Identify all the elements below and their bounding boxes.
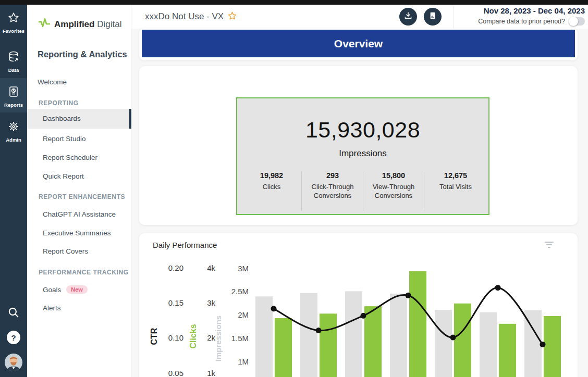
daily-performance-chart[interactable]: 0.200.150.100.05CTR4k3k2k1kClicks3M2.5M2… — [139, 233, 578, 377]
impressions-bar — [300, 293, 317, 377]
ctr-point — [271, 306, 277, 311]
sidebar-section-report-enhancements: REPORT ENHANCEMENTS — [27, 193, 129, 200]
page-title: xxxDo Not Use - VX — [145, 11, 224, 22]
toggle-knob — [569, 17, 578, 26]
app-logo[interactable]: Amplified Digital — [38, 17, 121, 32]
clicks-axis-label: Clicks — [189, 324, 198, 348]
clicks-bar — [275, 318, 292, 377]
sidebar: Amplified Digital Reporting & Analytics … — [27, 5, 131, 377]
report-file-icon — [428, 11, 437, 22]
compare-toggle[interactable] — [569, 17, 585, 26]
rail-item-data[interactable]: Data — [0, 51, 27, 73]
rail-search-button[interactable] — [0, 306, 27, 321]
sidebar-item-goals[interactable]: GoalsNew — [27, 285, 129, 294]
star-icon — [7, 11, 20, 26]
impressions-bar — [345, 291, 362, 377]
ctr-axis-tick: 0.05 — [168, 369, 183, 377]
rail-help-button[interactable]: ? — [0, 331, 27, 344]
sidebar-item-executive-summaries[interactable]: Executive Summaries — [27, 229, 129, 237]
compare-label: Compare data to prior period? — [478, 18, 565, 25]
clicks-bar — [320, 313, 337, 377]
date-range[interactable]: Nov 28, 2023 - Dec 04, 2023 — [484, 6, 585, 15]
sidebar-item-alerts[interactable]: Alerts — [27, 304, 129, 312]
ctr-point — [316, 328, 322, 333]
sidebar-item-chatgpt-ai-assistance[interactable]: ChatGPT AI Assistance — [27, 210, 129, 218]
impressions-axis-tick: 2M — [238, 310, 249, 319]
stat-total-visits: 12,675 Total Visits — [427, 171, 484, 192]
clicks-bar — [544, 316, 561, 377]
impressions-axis-tick: 1M — [238, 357, 249, 366]
sidebar-item-report-covers[interactable]: Report Covers — [27, 247, 129, 255]
overview-banner-title: Overview — [334, 37, 383, 50]
rail-item-admin[interactable]: Admin — [0, 120, 27, 143]
clicks-bar — [364, 306, 382, 377]
sidebar-section-reporting: REPORTING — [27, 99, 129, 107]
ctr-axis-tick: 0.15 — [168, 298, 183, 307]
impressions-axis-tick: 3M — [238, 264, 249, 273]
clicks-axis-tick: 4k — [207, 263, 215, 272]
stat-divider — [424, 171, 424, 211]
report-export-button[interactable] — [424, 8, 442, 26]
stat-view-through-conversions: 15,800 View-Through Conversions — [365, 171, 422, 200]
stat-divider — [363, 171, 363, 211]
download-icon — [403, 11, 413, 22]
rail-item-favorites[interactable]: Favorites — [0, 11, 27, 34]
impressions-total-label: Impressions — [237, 148, 488, 159]
sidebar-section-performance-tracking: PERFORMANCE TRACKING — [27, 269, 129, 276]
help-icon: ? — [7, 331, 20, 344]
ctr-axis-label: CTR — [150, 328, 158, 345]
search-icon — [7, 306, 20, 321]
stat-clicks: 19,982 Clicks — [243, 171, 300, 192]
ctr-point — [406, 293, 411, 298]
compare-row: Compare data to prior period? — [478, 17, 585, 26]
green-pulse-icon — [38, 17, 51, 32]
stat-click-through-conversions: 293 Click-Through Conversions — [304, 171, 361, 200]
impressions-bar — [435, 310, 452, 377]
sidebar-item-report-studio[interactable]: Report Studio — [27, 135, 129, 143]
impressions-bar — [480, 312, 497, 377]
clicks-bar — [454, 304, 471, 377]
rail-item-label: Admin — [6, 137, 21, 143]
icon-rail: Favorites Data Reports — [0, 5, 27, 377]
ctr-point — [361, 313, 366, 319]
sidebar-item-dashboards[interactable]: Dashboards — [27, 109, 131, 129]
clicks-bar — [499, 324, 516, 377]
stat-divider — [301, 171, 302, 211]
user-avatar[interactable] — [0, 353, 27, 374]
database-icon — [7, 51, 20, 65]
topbar: xxxDo Not Use - VX Nov 28, 2023 - Dec 04… — [131, 5, 588, 29]
sidebar-item-report-scheduler[interactable]: Report Scheduler — [27, 154, 129, 161]
ctr-axis-tick: 0.10 — [168, 333, 183, 342]
avatar-image — [4, 353, 23, 374]
clicks-axis-tick: 1k — [207, 369, 215, 377]
impressions-axis-tick: 2.5M — [231, 287, 249, 296]
download-button[interactable] — [399, 8, 417, 26]
gear-icon — [7, 120, 20, 135]
sidebar-title: Reporting & Analytics — [38, 49, 127, 59]
window-top-strip — [0, 0, 588, 5]
rail-item-label: Favorites — [3, 28, 24, 34]
sidebar-item-welcome[interactable]: Welcome — [27, 78, 129, 86]
clicks-axis-tick: 3k — [207, 298, 215, 307]
logo-text: Amplified Digital — [54, 19, 121, 30]
impressions-bar — [390, 294, 407, 377]
stats-card: 15,930,028 Impressions 19,982 Clicks 293… — [139, 66, 578, 225]
topbar-divider — [453, 6, 454, 28]
ctr-point — [450, 335, 456, 341]
impressions-total-value: 15,930,028 — [237, 117, 488, 143]
ctr-point — [540, 342, 546, 347]
overview-banner: Overview — [142, 30, 575, 57]
rail-item-label: Data — [8, 67, 19, 73]
impressions-summary-box: 15,930,028 Impressions 19,982 Clicks 293… — [236, 97, 489, 215]
sidebar-item-quick-report[interactable]: Quick Report — [27, 172, 129, 180]
ctr-point — [495, 285, 501, 291]
new-badge: New — [66, 285, 88, 294]
impressions-axis-label: Impressions — [214, 316, 223, 361]
star-outline-icon[interactable] — [227, 11, 237, 23]
rail-item-reports[interactable]: Reports — [0, 85, 27, 108]
daily-performance-card: Daily Performance 0.200.150.100.05CTR4k3… — [139, 233, 578, 377]
report-book-icon — [7, 85, 20, 100]
clicks-bar — [409, 271, 426, 377]
impressions-axis-tick: 1.5M — [231, 334, 249, 343]
impressions-bar — [255, 296, 273, 377]
